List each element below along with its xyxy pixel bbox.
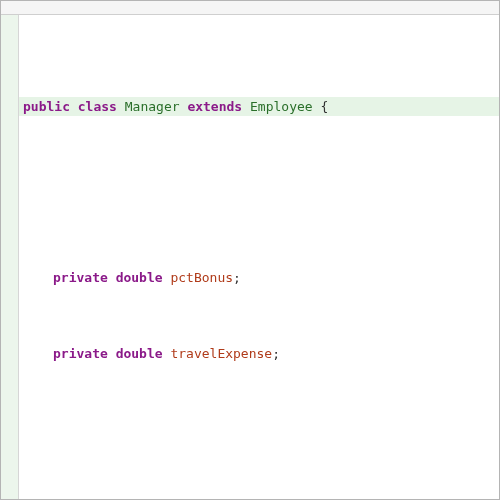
punct: ; xyxy=(272,346,280,361)
type: double xyxy=(116,270,163,285)
code-line[interactable]: public class Manager extends Employee { xyxy=(19,97,499,116)
code-line[interactable]: private double pctBonus; xyxy=(19,268,499,287)
identifier: pctBonus xyxy=(170,270,233,285)
punct: { xyxy=(320,99,328,114)
keyword: private xyxy=(53,346,108,361)
punct: ; xyxy=(233,270,241,285)
keyword: public xyxy=(23,99,70,114)
class-name: Employee xyxy=(250,99,313,114)
identifier: travelExpense xyxy=(170,346,272,361)
class-name: Manager xyxy=(125,99,180,114)
keyword: private xyxy=(53,270,108,285)
type: double xyxy=(116,346,163,361)
diff-gutter xyxy=(1,15,19,499)
top-separator xyxy=(1,1,499,15)
keyword: extends xyxy=(187,99,242,114)
code-line[interactable]: private double travelExpense; xyxy=(19,344,499,363)
editor-frame: public class Manager extends Employee { … xyxy=(0,0,500,500)
code-area[interactable]: public class Manager extends Employee { … xyxy=(19,21,499,499)
blank-line xyxy=(19,173,499,192)
blank-line xyxy=(19,420,499,439)
code-editor[interactable]: public class Manager extends Employee { … xyxy=(1,15,499,499)
keyword: class xyxy=(78,99,117,114)
